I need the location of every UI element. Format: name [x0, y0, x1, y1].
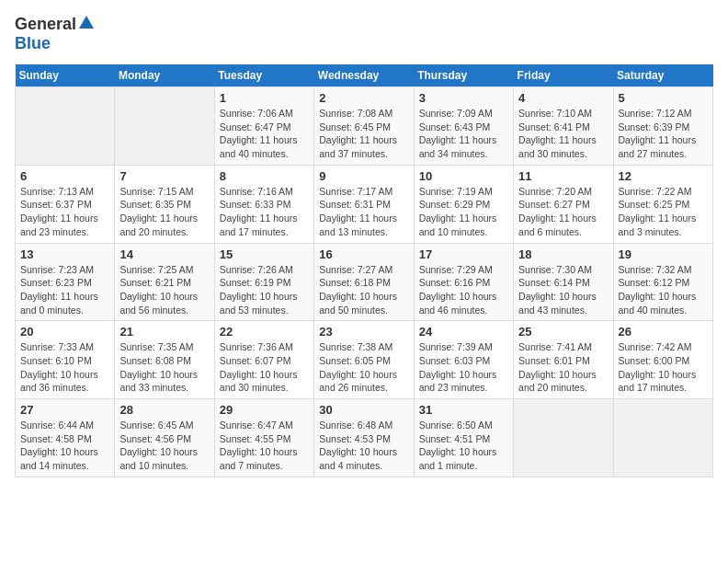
- calendar-cell: 29Sunrise: 6:47 AM Sunset: 4:55 PM Dayli…: [214, 399, 313, 477]
- day-number: 18: [518, 247, 608, 261]
- calendar-cell: 5Sunrise: 7:12 AM Sunset: 6:39 PM Daylig…: [613, 87, 712, 166]
- day-number: 11: [518, 169, 608, 183]
- day-of-week-header: Tuesday: [214, 64, 313, 87]
- logo-general: General: [15, 15, 76, 34]
- day-info: Sunrise: 7:29 AM Sunset: 6:16 PM Dayligh…: [419, 263, 508, 317]
- day-info: Sunrise: 7:36 AM Sunset: 6:07 PM Dayligh…: [220, 340, 309, 395]
- calendar-cell: 18Sunrise: 7:30 AM Sunset: 6:14 PM Dayli…: [514, 243, 613, 321]
- day-info: Sunrise: 7:09 AM Sunset: 6:43 PM Dayligh…: [419, 107, 508, 161]
- day-number: 5: [619, 91, 708, 105]
- page-header: General Blue: [15, 15, 713, 53]
- day-number: 28: [119, 403, 209, 417]
- calendar-cell: 31Sunrise: 6:50 AM Sunset: 4:51 PM Dayli…: [414, 399, 513, 477]
- calendar-cell: 19Sunrise: 7:32 AM Sunset: 6:12 PM Dayli…: [613, 243, 712, 321]
- day-of-week-header: Saturday: [613, 64, 712, 87]
- calendar-week-row: 6Sunrise: 7:13 AM Sunset: 6:37 PM Daylig…: [16, 165, 713, 243]
- day-info: Sunrise: 7:20 AM Sunset: 6:27 PM Dayligh…: [518, 185, 608, 239]
- calendar-cell: 6Sunrise: 7:13 AM Sunset: 6:37 PM Daylig…: [16, 165, 115, 243]
- calendar-week-row: 1Sunrise: 7:06 AM Sunset: 6:47 PM Daylig…: [16, 87, 713, 166]
- calendar-cell: 17Sunrise: 7:29 AM Sunset: 6:16 PM Dayli…: [414, 243, 513, 321]
- calendar-cell: [16, 87, 115, 166]
- day-number: 25: [518, 325, 608, 339]
- calendar-week-row: 20Sunrise: 7:33 AM Sunset: 6:10 PM Dayli…: [16, 321, 713, 399]
- day-info: Sunrise: 6:48 AM Sunset: 4:53 PM Dayligh…: [319, 419, 408, 473]
- calendar-cell: 10Sunrise: 7:19 AM Sunset: 6:29 PM Dayli…: [414, 165, 513, 243]
- day-info: Sunrise: 7:42 AM Sunset: 6:00 PM Dayligh…: [619, 340, 708, 395]
- calendar-cell: 16Sunrise: 7:27 AM Sunset: 6:18 PM Dayli…: [314, 243, 414, 321]
- day-of-week-header: Thursday: [414, 64, 513, 87]
- day-number: 23: [319, 325, 408, 339]
- day-info: Sunrise: 6:44 AM Sunset: 4:58 PM Dayligh…: [20, 419, 109, 473]
- day-info: Sunrise: 7:15 AM Sunset: 6:35 PM Dayligh…: [119, 185, 209, 239]
- day-info: Sunrise: 7:12 AM Sunset: 6:39 PM Dayligh…: [619, 107, 708, 161]
- calendar-cell: 30Sunrise: 6:48 AM Sunset: 4:53 PM Dayli…: [314, 399, 414, 477]
- day-number: 15: [220, 247, 309, 261]
- day-number: 3: [419, 91, 508, 105]
- day-number: 22: [220, 325, 309, 339]
- day-number: 14: [119, 247, 209, 261]
- day-info: Sunrise: 7:33 AM Sunset: 6:10 PM Dayligh…: [20, 340, 109, 395]
- logo-arrow: [79, 16, 94, 32]
- day-info: Sunrise: 7:19 AM Sunset: 6:29 PM Dayligh…: [419, 185, 508, 239]
- day-number: 29: [220, 403, 309, 417]
- day-number: 30: [319, 403, 408, 417]
- calendar-cell: 2Sunrise: 7:08 AM Sunset: 6:45 PM Daylig…: [314, 87, 414, 166]
- calendar-cell: 13Sunrise: 7:23 AM Sunset: 6:23 PM Dayli…: [16, 243, 115, 321]
- calendar-cell: [514, 399, 613, 477]
- day-of-week-header: Monday: [115, 64, 214, 87]
- calendar-cell: 11Sunrise: 7:20 AM Sunset: 6:27 PM Dayli…: [514, 165, 613, 243]
- day-info: Sunrise: 6:50 AM Sunset: 4:51 PM Dayligh…: [419, 419, 508, 473]
- day-number: 24: [419, 325, 508, 339]
- day-number: 1: [220, 91, 309, 105]
- day-number: 12: [619, 169, 708, 183]
- calendar-header-row: SundayMondayTuesdayWednesdayThursdayFrid…: [16, 64, 713, 87]
- day-number: 20: [20, 325, 109, 339]
- day-info: Sunrise: 7:35 AM Sunset: 6:08 PM Dayligh…: [119, 340, 209, 395]
- calendar-week-row: 27Sunrise: 6:44 AM Sunset: 4:58 PM Dayli…: [16, 399, 713, 477]
- day-info: Sunrise: 7:26 AM Sunset: 6:19 PM Dayligh…: [220, 263, 309, 317]
- day-info: Sunrise: 7:23 AM Sunset: 6:23 PM Dayligh…: [20, 263, 109, 317]
- day-info: Sunrise: 7:30 AM Sunset: 6:14 PM Dayligh…: [518, 263, 608, 317]
- day-info: Sunrise: 7:06 AM Sunset: 6:47 PM Dayligh…: [220, 107, 309, 161]
- day-of-week-header: Sunday: [16, 64, 115, 87]
- day-number: 4: [518, 91, 608, 105]
- day-info: Sunrise: 7:13 AM Sunset: 6:37 PM Dayligh…: [20, 185, 109, 239]
- day-info: Sunrise: 7:27 AM Sunset: 6:18 PM Dayligh…: [319, 263, 408, 317]
- day-info: Sunrise: 7:41 AM Sunset: 6:01 PM Dayligh…: [518, 340, 608, 395]
- day-info: Sunrise: 7:25 AM Sunset: 6:21 PM Dayligh…: [119, 263, 209, 317]
- logo: General Blue: [15, 15, 94, 53]
- calendar-cell: 15Sunrise: 7:26 AM Sunset: 6:19 PM Dayli…: [214, 243, 313, 321]
- calendar-cell: 21Sunrise: 7:35 AM Sunset: 6:08 PM Dayli…: [115, 321, 214, 399]
- calendar-cell: 22Sunrise: 7:36 AM Sunset: 6:07 PM Dayli…: [214, 321, 313, 399]
- calendar-cell: [613, 399, 712, 477]
- day-number: 26: [619, 325, 708, 339]
- day-number: 19: [619, 247, 708, 261]
- calendar-cell: 14Sunrise: 7:25 AM Sunset: 6:21 PM Dayli…: [115, 243, 214, 321]
- day-number: 7: [119, 169, 209, 183]
- day-info: Sunrise: 7:38 AM Sunset: 6:05 PM Dayligh…: [319, 340, 408, 395]
- day-number: 21: [119, 325, 209, 339]
- calendar-week-row: 13Sunrise: 7:23 AM Sunset: 6:23 PM Dayli…: [16, 243, 713, 321]
- day-of-week-header: Friday: [514, 64, 613, 87]
- day-number: 10: [419, 169, 508, 183]
- calendar-cell: 25Sunrise: 7:41 AM Sunset: 6:01 PM Dayli…: [514, 321, 613, 399]
- day-info: Sunrise: 7:10 AM Sunset: 6:41 PM Dayligh…: [518, 107, 608, 161]
- day-number: 6: [20, 169, 109, 183]
- calendar-cell: 9Sunrise: 7:17 AM Sunset: 6:31 PM Daylig…: [314, 165, 414, 243]
- calendar-cell: 1Sunrise: 7:06 AM Sunset: 6:47 PM Daylig…: [214, 87, 313, 166]
- day-of-week-header: Wednesday: [314, 64, 414, 87]
- calendar-cell: 26Sunrise: 7:42 AM Sunset: 6:00 PM Dayli…: [613, 321, 712, 399]
- day-number: 27: [20, 403, 109, 417]
- calendar-table: SundayMondayTuesdayWednesdayThursdayFrid…: [15, 64, 713, 477]
- day-info: Sunrise: 6:45 AM Sunset: 4:56 PM Dayligh…: [119, 419, 209, 473]
- calendar-cell: 27Sunrise: 6:44 AM Sunset: 4:58 PM Dayli…: [16, 399, 115, 477]
- day-number: 2: [319, 91, 408, 105]
- day-number: 17: [419, 247, 508, 261]
- calendar-cell: 20Sunrise: 7:33 AM Sunset: 6:10 PM Dayli…: [16, 321, 115, 399]
- calendar-cell: 28Sunrise: 6:45 AM Sunset: 4:56 PM Dayli…: [115, 399, 214, 477]
- calendar-cell: 8Sunrise: 7:16 AM Sunset: 6:33 PM Daylig…: [214, 165, 313, 243]
- svg-marker-0: [79, 16, 94, 29]
- logo-blue: Blue: [15, 34, 51, 52]
- day-info: Sunrise: 7:39 AM Sunset: 6:03 PM Dayligh…: [419, 340, 508, 395]
- calendar-cell: 4Sunrise: 7:10 AM Sunset: 6:41 PM Daylig…: [514, 87, 613, 166]
